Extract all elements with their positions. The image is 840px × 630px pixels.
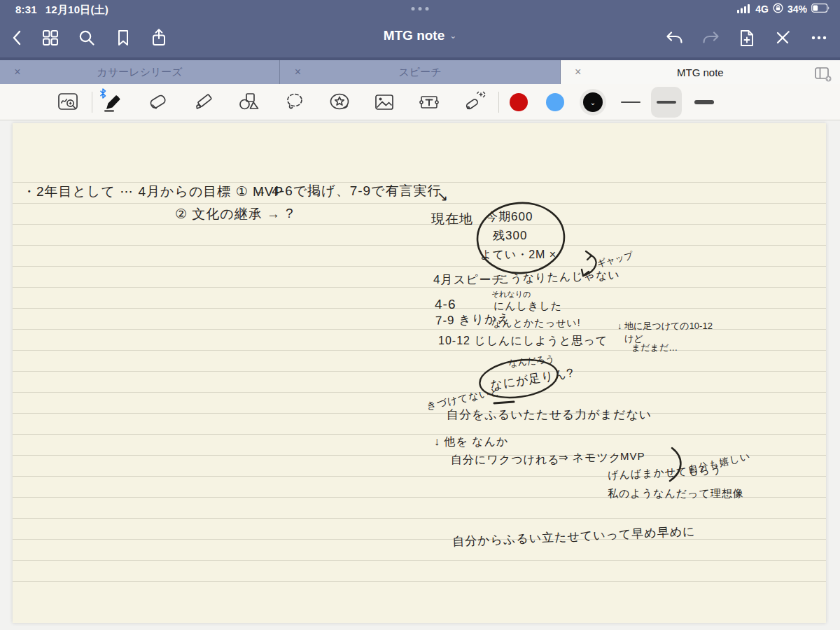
- status-bar: 8:3112月10日(土) 4G 34%: [0, 0, 840, 18]
- status-time: 8:31: [15, 4, 37, 15]
- stroke-width-thick[interactable]: [689, 87, 720, 118]
- tab-bar: × カサーレシリーズ × スピーチ × MTG note: [0, 57, 840, 84]
- new-tab-sidebar-icon[interactable]: [813, 66, 834, 83]
- tab-speech[interactable]: × スピーチ: [280, 60, 560, 84]
- chevron-down-icon: ⌄: [590, 99, 596, 106]
- pen-tool-icon[interactable]: [97, 87, 128, 118]
- signal-strength-icon: [737, 4, 751, 15]
- undo-icon[interactable]: [662, 25, 687, 50]
- add-page-icon[interactable]: [734, 25, 760, 50]
- bluetooth-icon: [99, 88, 106, 102]
- stylus-toggle-icon[interactable]: [770, 25, 795, 50]
- stroke-width-medium-selected[interactable]: [651, 87, 682, 118]
- page-thumbnails-icon[interactable]: [38, 25, 63, 50]
- color-swatch-red[interactable]: [510, 93, 528, 111]
- status-date: 12月10日(土): [46, 4, 108, 15]
- text-tool-icon[interactable]: [414, 87, 444, 118]
- ruled-lines: [13, 182, 826, 582]
- lasso-tool-icon[interactable]: [279, 87, 310, 118]
- laser-pointer-tool-icon[interactable]: [459, 87, 490, 118]
- back-chevron-icon[interactable]: [4, 25, 29, 50]
- more-icon[interactable]: [806, 25, 832, 50]
- shapes-tool-icon[interactable]: [234, 87, 265, 118]
- multitasking-dots-icon: [412, 7, 429, 10]
- stroke-width-thin[interactable]: [615, 87, 646, 118]
- close-tab-icon[interactable]: ×: [10, 66, 25, 78]
- network-type: 4G: [755, 4, 769, 15]
- eraser-tool-icon[interactable]: [143, 87, 174, 118]
- share-icon[interactable]: [146, 25, 172, 50]
- chevron-down-icon: ⌄: [449, 31, 456, 41]
- orientation-lock-icon: [773, 3, 783, 15]
- note-title: MTG note: [384, 28, 445, 43]
- note-canvas: ・2年目として ⋯ 4月からの目標 ① MVP → 4-6で掲げ、7-9で有言実…: [0, 120, 840, 630]
- battery-icon: [811, 4, 830, 15]
- redo-icon[interactable]: [698, 25, 723, 50]
- toolbar-divider: [92, 92, 92, 113]
- tab-label: スピーチ: [280, 66, 559, 79]
- tab-kasare-series[interactable]: × カサーレシリーズ: [0, 60, 280, 84]
- note-title-dropdown[interactable]: MTG note ⌄: [384, 28, 457, 43]
- elements-sticker-tool-icon[interactable]: [324, 87, 355, 118]
- close-tab-icon[interactable]: ×: [570, 66, 586, 78]
- top-bar: 8:3112月10日(土) 4G 34%: [0, 0, 840, 57]
- search-icon[interactable]: [74, 25, 99, 50]
- bookmark-icon[interactable]: [111, 25, 136, 50]
- tab-mtg-note[interactable]: × MTG note: [561, 60, 840, 84]
- nav-bar: MTG note ⌄: [0, 18, 840, 57]
- tab-label: カサーレシリーズ: [0, 66, 279, 79]
- color-swatch-blue[interactable]: [546, 93, 564, 111]
- battery-percent: 34%: [788, 4, 807, 15]
- highlighter-tool-icon[interactable]: [188, 87, 219, 118]
- drawing-toolbar: ⌄: [0, 84, 840, 120]
- note-page[interactable]: [13, 123, 826, 623]
- close-tab-icon[interactable]: ×: [290, 66, 305, 78]
- zoom-window-tool-icon[interactable]: [53, 87, 84, 118]
- color-swatch-black-selected[interactable]: ⌄: [580, 89, 606, 115]
- tab-label: MTG note: [561, 66, 840, 78]
- toolbar-divider: [498, 92, 499, 113]
- image-tool-icon[interactable]: [369, 87, 400, 118]
